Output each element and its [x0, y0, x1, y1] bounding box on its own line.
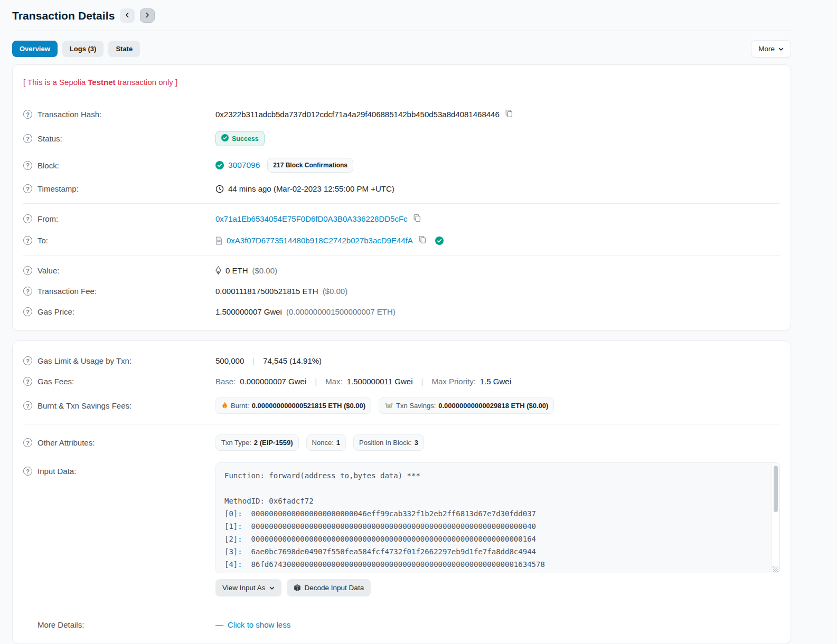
- help-icon[interactable]: ?: [23, 401, 32, 410]
- row-gas-limit-usage: ? Gas Limit & Usage by Txn: 500,000 | 74…: [23, 351, 780, 371]
- previous-transaction-button[interactable]: [120, 8, 135, 23]
- separator: |: [315, 377, 317, 386]
- help-icon[interactable]: ?: [23, 438, 32, 447]
- help-icon[interactable]: ?: [23, 236, 32, 245]
- row-value: 0x71a1Eb6534054E75F0D6fD0A3B0A336228DD5c…: [215, 214, 780, 224]
- timestamp-value: 44 mins ago (Mar-02-2023 12:55:00 PM +UT…: [228, 184, 394, 193]
- copy-transaction-hash-button[interactable]: [504, 109, 514, 119]
- flame-icon: [221, 402, 228, 410]
- row-status: ? Status: Success: [23, 125, 780, 152]
- other-attributes-label: Other Attributes:: [37, 438, 95, 447]
- row-burnt-savings-fees: ? Burnt & Txn Savings Fees: Burnt: 0.000…: [23, 392, 780, 420]
- row-value: 0xA3f07D6773514480b918C2742b027b3acD9E44…: [215, 235, 780, 245]
- input-data-scrollbar[interactable]: [772, 463, 779, 572]
- decode-input-data-label: Decode Input Data: [305, 584, 364, 592]
- from-address-link[interactable]: 0x71a1Eb6534054E75F0D6fD0A3B0A336228DD5c…: [215, 214, 408, 223]
- value-label: Value:: [37, 266, 59, 275]
- txn-savings-badge: Txn Savings: 0.00000000000029818 ETH ($0…: [379, 397, 554, 414]
- help-icon[interactable]: ?: [23, 184, 32, 193]
- scrollbar-thumb[interactable]: [774, 466, 778, 512]
- transaction-details-page: Transaction Details Overview Logs (3) St…: [12, 0, 791, 644]
- help-icon[interactable]: ?: [23, 307, 32, 316]
- click-to-show-less-link[interactable]: Click to show less: [228, 620, 290, 629]
- separator: |: [421, 377, 424, 386]
- help-icon[interactable]: ?: [23, 356, 32, 365]
- divider: [23, 424, 780, 424]
- help-icon[interactable]: ?: [23, 110, 32, 119]
- row-more-details: More Details: — Click to show less: [23, 614, 780, 635]
- view-input-as-button[interactable]: View Input As: [215, 579, 281, 596]
- burnt-value: 0.000000000000521815 ETH ($0.00): [252, 402, 365, 410]
- help-icon[interactable]: ?: [23, 287, 32, 296]
- row-label: ? To:: [23, 236, 215, 245]
- row-value: 0.000111817500521815 ETH ($0.00): [215, 287, 780, 296]
- divider: [23, 99, 780, 99]
- copy-from-address-button[interactable]: [412, 214, 422, 224]
- check-circle-icon: [215, 161, 224, 169]
- transaction-fee-amount: 0.000111817500521815 ETH: [215, 287, 318, 296]
- verified-check-circle-icon: [435, 236, 444, 245]
- row-label: ? Gas Price:: [23, 307, 215, 316]
- next-transaction-button[interactable]: [140, 8, 155, 23]
- row-to: ? To: 0xA3f07D6773514480b918C2742b027b3a…: [23, 230, 780, 251]
- input-data-line: [1]: 00000000000000000000000000000000000…: [224, 520, 761, 533]
- tab-state[interactable]: State: [108, 41, 140, 57]
- help-icon[interactable]: ?: [23, 377, 32, 386]
- input-data-line: [3]: 6ae0bc7698de04907f550fea584fcf4732f…: [224, 545, 761, 558]
- row-value: Base: 0.000000007 Gwei | Max: 1.50000001…: [215, 377, 780, 386]
- input-data-actions: View Input As Decode Input Data: [215, 579, 780, 596]
- gas-limit-value: 500,000: [215, 356, 244, 365]
- separator: |: [252, 356, 255, 365]
- gas-price-amount: 1.500000007 Gwei: [215, 307, 282, 316]
- txn-savings-value: 0.00000000000029818 ETH ($0.00): [438, 402, 548, 410]
- header-divider: [12, 31, 791, 31]
- to-address-link[interactable]: 0xA3f07D6773514480b918C2742b027b3acD9E44…: [227, 236, 413, 245]
- more-dropdown-label: More: [758, 45, 775, 53]
- decode-input-data-button[interactable]: Decode Input Data: [287, 579, 371, 596]
- row-input-data: ? Input Data: Function: forward(address …: [23, 457, 780, 602]
- timestamp-label: Timestamp:: [37, 184, 79, 193]
- row-label: ? Status:: [23, 134, 215, 143]
- input-data-line: MethodID: 0x6fadcf72: [224, 495, 761, 507]
- row-other-attributes: ? Other Attributes: Txn Type: 2 (EIP-155…: [23, 429, 780, 457]
- position-in-block-label: Position In Block:: [359, 439, 412, 447]
- copy-to-address-button[interactable]: [417, 235, 428, 245]
- tab-overview[interactable]: Overview: [12, 41, 58, 57]
- view-input-as-label: View Input As: [222, 584, 266, 592]
- burnt-label: Burnt:: [231, 402, 249, 410]
- chevron-right-icon: [145, 12, 150, 20]
- help-icon[interactable]: ?: [23, 214, 32, 223]
- page-header: Transaction Details: [12, 8, 791, 23]
- from-label: From:: [37, 214, 58, 223]
- row-label: ? Value:: [23, 266, 215, 275]
- help-icon[interactable]: ?: [23, 467, 32, 476]
- txn-type-badge: Txn Type: 2 (EIP-1559): [215, 434, 299, 451]
- collapse-dash: —: [215, 620, 223, 629]
- gas-limit-usage-label: Gas Limit & Usage by Txn:: [37, 356, 131, 365]
- row-timestamp: ? Timestamp: 44 mins ago (Mar-02-2023 12…: [23, 178, 780, 199]
- help-icon[interactable]: ?: [23, 134, 32, 143]
- row-gas-fees: ? Gas Fees: Base: 0.000000007 Gwei | Max…: [23, 371, 780, 392]
- tab-logs[interactable]: Logs (3): [62, 41, 104, 57]
- help-icon[interactable]: ?: [23, 266, 32, 275]
- txn-type-value: 2 (EIP-1559): [254, 439, 293, 447]
- row-value: Function: forward(address to,bytes data)…: [215, 462, 780, 596]
- input-data-box[interactable]: Function: forward(address to,bytes data)…: [215, 462, 780, 573]
- status-badge-text: Success: [232, 135, 259, 143]
- burnt-fees-badge: Burnt: 0.000000000000521815 ETH ($0.00): [215, 397, 371, 414]
- row-label: ? Transaction Hash:: [23, 110, 215, 119]
- row-value: 44 mins ago (Mar-02-2023 12:55:00 PM +UT…: [215, 184, 780, 193]
- row-value: Burnt: 0.000000000000521815 ETH ($0.00) …: [215, 397, 780, 414]
- row-value: Txn Type: 2 (EIP-1559) Nonce: 1 Position…: [215, 434, 780, 451]
- tabs-row: Overview Logs (3) State More: [12, 40, 791, 58]
- input-data-lines: Function: forward(address to,bytes data)…: [224, 469, 761, 573]
- block-number-link[interactable]: 3007096: [228, 160, 260, 170]
- page-title: Transaction Details: [12, 10, 115, 22]
- transaction-fee-usd: ($0.00): [323, 287, 348, 296]
- burnt-savings-label: Burnt & Txn Savings Fees:: [37, 401, 131, 410]
- help-icon[interactable]: ?: [23, 161, 32, 170]
- row-transaction-hash: ? Transaction Hash: 0x2322b311adcb5da737…: [23, 103, 780, 125]
- resize-grip[interactable]: [773, 566, 778, 572]
- more-dropdown-button[interactable]: More: [751, 40, 791, 58]
- transaction-fee-label: Transaction Fee:: [37, 287, 97, 296]
